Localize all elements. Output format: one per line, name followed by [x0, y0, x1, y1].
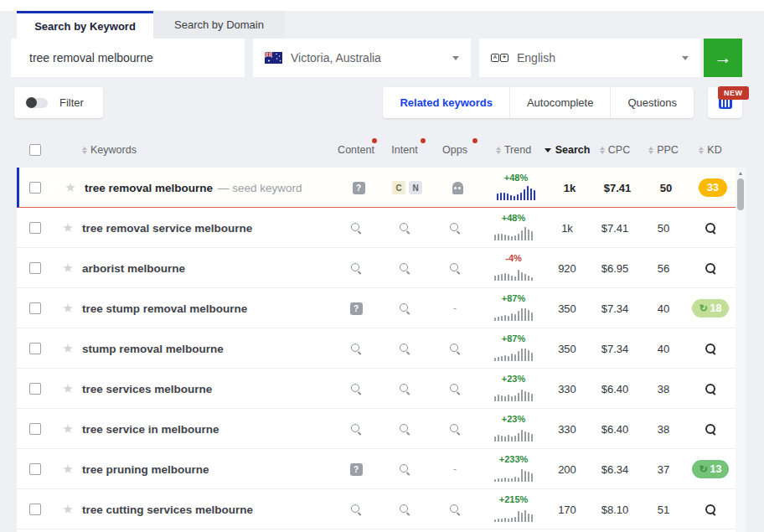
- select-all-checkbox[interactable]: [29, 144, 41, 156]
- row-checkbox[interactable]: [29, 262, 41, 274]
- keyword-link[interactable]: tree stump removal melbourne: [82, 302, 332, 315]
- tab-autocomplete[interactable]: Autocomplete: [510, 87, 612, 118]
- filter-label: Filter: [59, 96, 84, 109]
- tab-related-keywords[interactable]: Related keywords: [383, 87, 510, 118]
- kd-score-badge[interactable]: ↻18: [692, 299, 730, 318]
- search-submit-button[interactable]: →: [704, 39, 742, 77]
- header-content[interactable]: Content: [332, 132, 380, 168]
- cpc-value: $6.40: [588, 383, 642, 395]
- analyze-magnifier-icon[interactable]: [399, 423, 411, 436]
- keyword-link[interactable]: tree services melbourne: [82, 383, 332, 395]
- search-volume: 920: [546, 262, 588, 275]
- search-volume: 170: [546, 504, 588, 516]
- analyze-magnifier-icon[interactable]: [350, 343, 363, 355]
- analyze-magnifier-icon[interactable]: [705, 262, 717, 275]
- analyze-magnifier-icon[interactable]: [449, 504, 462, 516]
- trend-percent: +23%: [502, 414, 525, 424]
- empty-dash: -: [453, 463, 457, 475]
- analyze-magnifier-icon[interactable]: [705, 383, 717, 395]
- header-opps[interactable]: Opps: [429, 132, 481, 168]
- favorite-star-icon[interactable]: ★: [65, 180, 75, 195]
- tab-search-by-domain[interactable]: Search by Domain: [153, 11, 285, 39]
- tab-search-by-keyword[interactable]: Search by Keyword: [17, 11, 153, 39]
- favorite-star-icon[interactable]: ★: [62, 381, 73, 396]
- favorite-star-icon[interactable]: ★: [62, 502, 73, 517]
- analyze-magnifier-icon[interactable]: [350, 262, 363, 275]
- analyze-magnifier-icon[interactable]: [350, 383, 363, 395]
- tab-questions[interactable]: Questions: [611, 87, 694, 118]
- favorite-star-icon[interactable]: ★: [62, 462, 73, 477]
- favorite-star-icon[interactable]: ★: [62, 341, 73, 356]
- analyze-magnifier-icon[interactable]: [350, 222, 363, 235]
- row-checkbox[interactable]: [29, 423, 41, 435]
- location-select[interactable]: Victoria, Australia: [253, 39, 471, 77]
- keyword-link[interactable]: tree service in melbourne: [82, 423, 332, 436]
- analyze-magnifier-icon[interactable]: [399, 343, 411, 355]
- trend-percent: +48%: [502, 213, 525, 223]
- analyze-magnifier-icon[interactable]: [399, 262, 411, 275]
- header-search[interactable]: Search: [546, 132, 588, 168]
- search-volume: 1k: [546, 222, 588, 235]
- sort-icon: [496, 147, 501, 154]
- analyze-magnifier-icon[interactable]: [399, 383, 411, 395]
- row-checkbox[interactable]: [29, 383, 41, 395]
- ppc-value: 40: [642, 302, 685, 315]
- row-checkbox[interactable]: [29, 222, 41, 234]
- keyword-link[interactable]: tree pruning melbourne: [82, 463, 332, 476]
- row-checkbox[interactable]: [29, 182, 41, 194]
- scrollbar-thumb[interactable]: [737, 178, 744, 210]
- header-keywords[interactable]: Keywords: [82, 132, 332, 168]
- header-trend[interactable]: Trend: [481, 132, 546, 168]
- seed-keyword-suffix: — seed keyword: [218, 182, 302, 194]
- keyword-link[interactable]: tree removal service melbourne: [82, 222, 332, 235]
- intent-badge-c: C: [392, 181, 405, 194]
- language-select[interactable]: A✦ English: [479, 39, 700, 77]
- cpc-value: $6.95: [588, 262, 642, 275]
- favorite-star-icon[interactable]: ★: [62, 301, 73, 316]
- row-checkbox[interactable]: [29, 504, 41, 515]
- sort-icon: [82, 147, 87, 154]
- cpc-value: $7.34: [588, 343, 642, 355]
- filter-toggle-card[interactable]: Filter: [14, 87, 103, 118]
- header-kd[interactable]: KD: [685, 132, 736, 168]
- kd-score-badge[interactable]: ↻13: [692, 460, 730, 478]
- question-badge-icon: ?: [350, 302, 363, 315]
- trend-cell: +23%: [481, 369, 546, 409]
- kd-score-badge[interactable]: 33: [699, 178, 727, 197]
- row-checkbox[interactable]: [29, 302, 41, 314]
- keyword-link[interactable]: tree removal melbourne— seed keyword: [85, 182, 334, 194]
- keyword-link[interactable]: arborist melbourne: [82, 262, 332, 275]
- analyze-magnifier-icon[interactable]: [705, 343, 717, 355]
- header-intent[interactable]: Intent: [380, 132, 429, 168]
- analyze-magnifier-icon[interactable]: [449, 343, 462, 355]
- filter-toggle-switch[interactable]: [26, 98, 48, 108]
- sort-desc-icon: [545, 148, 551, 152]
- analyze-magnifier-icon[interactable]: [399, 302, 411, 315]
- analyze-magnifier-icon[interactable]: [399, 504, 411, 516]
- refresh-icon: ↻: [699, 463, 708, 475]
- chevron-down-icon: [682, 56, 689, 60]
- favorite-star-icon[interactable]: ★: [62, 421, 73, 436]
- keyword-input[interactable]: [29, 51, 230, 65]
- analyze-magnifier-icon[interactable]: [449, 222, 462, 235]
- favorite-star-icon[interactable]: ★: [62, 220, 73, 235]
- analyze-magnifier-icon[interactable]: [449, 423, 462, 436]
- keyword-link[interactable]: tree cutting services melbourne: [82, 504, 332, 516]
- analyze-magnifier-icon[interactable]: [350, 423, 363, 436]
- analyze-magnifier-icon[interactable]: [705, 504, 717, 516]
- header-ppc[interactable]: PPC: [642, 132, 685, 168]
- analyze-magnifier-icon[interactable]: [449, 383, 462, 395]
- analyze-magnifier-icon[interactable]: [705, 423, 717, 436]
- header-cpc[interactable]: CPC: [588, 132, 642, 168]
- analyze-magnifier-icon[interactable]: [399, 222, 411, 235]
- analyze-magnifier-icon[interactable]: [449, 262, 462, 275]
- keyword-link[interactable]: stump removal melbourne: [82, 343, 332, 355]
- table-scrollbar[interactable]: ▲: [736, 168, 746, 532]
- favorite-star-icon[interactable]: ★: [62, 261, 73, 276]
- analyze-magnifier-icon[interactable]: [350, 504, 363, 516]
- analyze-magnifier-icon[interactable]: [705, 222, 717, 235]
- row-checkbox[interactable]: [29, 463, 41, 475]
- analyze-magnifier-icon[interactable]: [399, 463, 411, 476]
- row-checkbox[interactable]: [29, 343, 41, 354]
- trend-sparkline: [494, 385, 534, 401]
